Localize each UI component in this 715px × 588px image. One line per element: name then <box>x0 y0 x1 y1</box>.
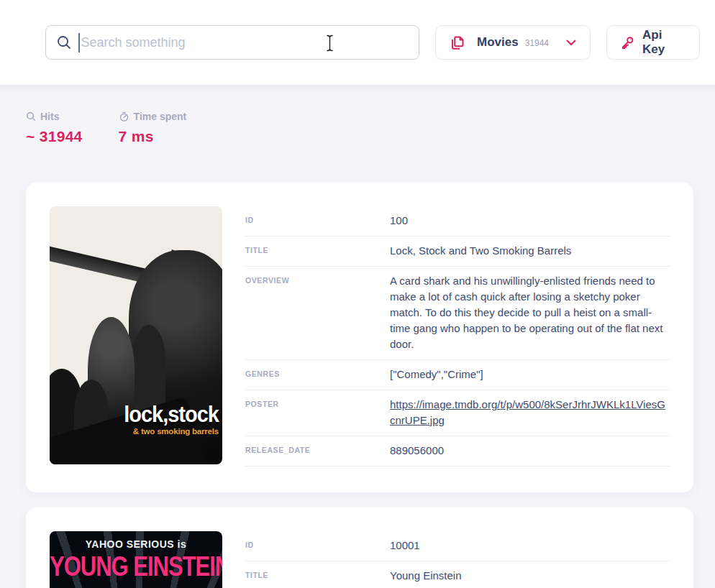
field-row: ID10001 <box>245 531 670 561</box>
field-row: OVERVIEWA card shark and his unwillingly… <box>245 267 670 360</box>
field-label: ID <box>245 538 390 553</box>
field-value-link[interactable]: https://image.tmdb.org/t/p/w500/8kSerJrh… <box>390 397 670 428</box>
time-spent-label: Time spent <box>134 111 187 122</box>
search-input-container[interactable] <box>45 25 419 60</box>
result-card: lock,stock & two smoking barrels ID100TI… <box>26 183 693 492</box>
field-label: TITLE <box>245 568 390 584</box>
index-name-label: Movies <box>477 35 519 50</box>
field-row: RELEASE_DATE889056000 <box>245 436 670 467</box>
search-stats: Hits ~ 31944 Time spent 7 ms <box>26 111 689 145</box>
field-row: TITLEYoung Einstein <box>245 561 670 588</box>
document-fields: ID100TITLELock, Stock and Two Smoking Ba… <box>245 206 670 467</box>
field-value: A card shark and his unwillingly-enliste… <box>390 273 670 352</box>
movie-poster-image: lock,stock & two smoking barrels <box>50 206 222 464</box>
field-value: 10001 <box>390 538 670 553</box>
api-key-button[interactable]: Api Key <box>606 25 700 60</box>
field-label: OVERVIEW <box>245 273 390 352</box>
api-key-label: Api Key <box>642 28 686 57</box>
field-row: TITLELock, Stock and Two Smoking Barrels <box>245 236 670 267</box>
field-label: GENRES <box>245 367 390 382</box>
header: Movies 31944 Api Key <box>0 0 715 85</box>
stopwatch-icon <box>119 111 129 122</box>
hits-icon <box>26 111 36 121</box>
poster-topline-text: YAHOO SERIOUS is <box>50 537 222 550</box>
hits-value: ~ 31944 <box>26 128 83 145</box>
hits-stat: Hits ~ 31944 <box>26 111 83 145</box>
documents-icon <box>450 34 467 51</box>
field-row: POSTERhttps://image.tmdb.org/t/p/w500/8k… <box>245 390 670 436</box>
field-value: Young Einstein <box>390 568 670 584</box>
field-row: GENRES["Comedy","Crime"] <box>245 360 670 390</box>
field-row: ID100 <box>245 206 670 236</box>
field-label: RELEASE_DATE <box>245 443 390 459</box>
time-spent-stat: Time spent 7 ms <box>119 111 187 145</box>
poster-title-text: YOUNG EINSTEIN <box>50 551 222 583</box>
field-label: TITLE <box>245 243 390 259</box>
index-selector-button[interactable]: Movies 31944 <box>435 25 591 60</box>
field-value: 889056000 <box>390 443 670 459</box>
movie-poster-image: YAHOO SERIOUS is YOUNG EINSTEIN <box>50 531 222 588</box>
results-page: Hits ~ 31944 Time spent 7 ms <box>0 85 715 588</box>
index-count-badge: 31944 <box>525 38 549 48</box>
key-icon <box>620 35 635 50</box>
search-icon <box>56 35 72 50</box>
field-value: 100 <box>390 213 670 229</box>
chevron-down-icon <box>566 40 576 46</box>
poster-title-text: lock,stock <box>124 404 219 426</box>
field-value: Lock, Stock and Two Smoking Barrels <box>390 243 670 259</box>
field-label: POSTER <box>245 397 390 428</box>
document-fields: ID10001TITLEYoung EinsteinOVERVIEWAlbert… <box>245 531 670 588</box>
text-caret <box>78 33 80 52</box>
search-input[interactable] <box>81 35 409 50</box>
time-spent-value: 7 ms <box>119 128 187 145</box>
hits-label: Hits <box>40 111 59 122</box>
field-value: ["Comedy","Crime"] <box>390 367 670 382</box>
field-label: ID <box>245 213 390 229</box>
result-card: YAHOO SERIOUS is YOUNG EINSTEIN ID10001T… <box>26 507 693 588</box>
poster-subtitle-text: & two smoking barrels <box>124 428 219 436</box>
